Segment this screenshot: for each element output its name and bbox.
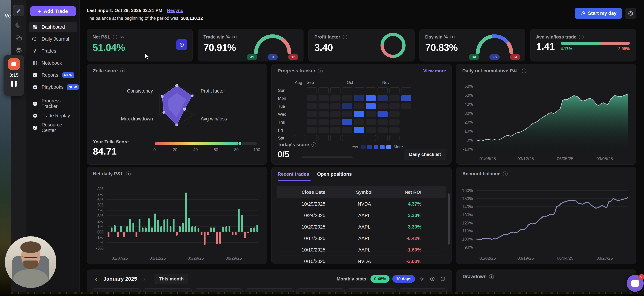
add-trade-button[interactable]: Add Trade xyxy=(30,6,76,16)
resync-link[interactable]: Resync xyxy=(167,8,183,13)
tab-open-positions[interactable]: Open positions xyxy=(317,172,352,181)
heatmap-cell[interactable] xyxy=(354,127,364,133)
display-mode-toggle-button[interactable] xyxy=(176,39,187,50)
heatmap-cell[interactable] xyxy=(378,127,388,133)
heatmap-cell[interactable] xyxy=(307,103,317,109)
heatmap-cell[interactable] xyxy=(354,95,364,101)
table-row[interactable]: 10/29/2025NVDA4.37% xyxy=(276,198,446,210)
heatmap-cell[interactable] xyxy=(342,87,352,93)
heatmap-cell[interactable] xyxy=(307,127,317,133)
table-row[interactable]: 10/10/2025NVDA-3.00% xyxy=(276,256,446,264)
heatmap-cell[interactable] xyxy=(354,103,364,109)
heatmap-cell[interactable] xyxy=(366,127,376,133)
chevron-left-icon[interactable] xyxy=(92,275,100,282)
heatmap-cell[interactable] xyxy=(330,95,340,101)
sidebar-item-progress-tracker[interactable]: Progress Tracker xyxy=(29,99,77,109)
day-cell[interactable] xyxy=(398,288,446,292)
day-cell[interactable] xyxy=(92,288,141,292)
heatmap-cell[interactable] xyxy=(342,119,352,125)
sidebar-item-resource-center[interactable]: Resource Center xyxy=(29,122,77,133)
table-row[interactable]: 10/20/2025AAPL3.30% xyxy=(276,221,446,233)
heatmap-cell[interactable] xyxy=(330,127,340,133)
day-cell[interactable] xyxy=(246,288,294,292)
heatmap-cell[interactable] xyxy=(318,95,329,101)
heatmap-cell[interactable] xyxy=(366,87,376,93)
sidebar-item-dashboard[interactable]: Dashboard xyxy=(29,22,77,32)
crescent-icon[interactable] xyxy=(15,21,22,29)
heatmap-cell[interactable] xyxy=(307,87,317,93)
day-cell[interactable] xyxy=(296,288,344,292)
heatmap-cell[interactable] xyxy=(389,95,400,101)
table-row[interactable]: 10/10/2025AAPL-1.60% xyxy=(276,244,446,256)
heatmap-cell[interactable] xyxy=(307,119,317,125)
heatmap-cell[interactable] xyxy=(354,111,364,117)
table-scrollbar[interactable] xyxy=(448,193,450,245)
info-icon[interactable] xyxy=(120,69,125,73)
day-cell[interactable] xyxy=(348,288,396,292)
heatmap-cell[interactable] xyxy=(366,95,376,101)
heatmap-cell[interactable] xyxy=(307,111,317,117)
heatmap-cell[interactable] xyxy=(342,95,352,101)
info-icon[interactable] xyxy=(232,35,237,39)
heatmap-cell[interactable] xyxy=(378,87,388,93)
heatmap-cell[interactable] xyxy=(330,111,340,117)
heatmap-cell[interactable] xyxy=(318,127,329,133)
heatmap-cell[interactable] xyxy=(389,87,400,93)
heatmap-cell[interactable] xyxy=(378,103,388,109)
info-icon[interactable] xyxy=(489,274,494,279)
info-icon[interactable] xyxy=(579,35,584,39)
heatmap-cell[interactable] xyxy=(366,119,376,125)
gear-icon[interactable] xyxy=(418,275,426,283)
start-my-day-button[interactable]: Start my day xyxy=(575,8,622,19)
table-row[interactable]: 10/17/2025AAPL-0.42% xyxy=(276,233,446,244)
heatmap-cell[interactable] xyxy=(342,127,352,133)
chat-widget-button[interactable]: 2 xyxy=(627,275,644,292)
info-icon[interactable] xyxy=(126,172,131,176)
sidebar-item-trade-replay[interactable]: Trade Replay xyxy=(29,110,77,121)
heatmap-cell[interactable] xyxy=(318,87,329,93)
heatmap-cell[interactable] xyxy=(378,119,388,125)
active-app-button[interactable] xyxy=(13,5,24,16)
info-icon[interactable] xyxy=(503,172,508,176)
chevron-right-icon[interactable] xyxy=(141,275,148,282)
heatmap-cell[interactable] xyxy=(307,95,317,101)
heatmap-cell[interactable] xyxy=(389,103,400,109)
day-cell[interactable] xyxy=(144,288,192,292)
heatmap-cell[interactable] xyxy=(401,103,411,109)
heatmap-cell[interactable] xyxy=(318,111,329,117)
day-cell[interactable] xyxy=(194,288,243,292)
table-row[interactable]: 10/24/2025AAPL3.30% xyxy=(276,210,446,221)
sidebar-item-reports[interactable]: Reports NEW xyxy=(29,70,77,80)
stop-record-button[interactable] xyxy=(8,58,20,70)
heatmap-cell[interactable] xyxy=(389,111,400,117)
info-icon[interactable] xyxy=(342,35,348,39)
heatmap-cell[interactable] xyxy=(389,127,400,133)
daily-checklist-button[interactable]: Daily checklist xyxy=(404,149,446,160)
heatmap-cell[interactable] xyxy=(354,87,364,93)
info-icon[interactable] xyxy=(312,142,316,147)
eye-icon[interactable] xyxy=(428,275,436,283)
sidebar-item-trades[interactable]: Trades xyxy=(29,46,77,56)
this-month-button[interactable]: This month xyxy=(154,274,188,284)
heatmap-cell[interactable] xyxy=(378,111,388,117)
sidebar-item-playbooks[interactable]: Playbooks NEW xyxy=(29,82,77,92)
heatmap-cell[interactable] xyxy=(330,87,340,93)
heatmap-cell[interactable] xyxy=(354,119,364,125)
helm-button[interactable] xyxy=(625,8,636,19)
heatmap-cell[interactable] xyxy=(342,111,352,117)
heatmap-cell[interactable] xyxy=(342,103,352,109)
sidebar-item-notebook[interactable]: Notebook xyxy=(29,58,77,68)
heatmap-cell[interactable] xyxy=(366,103,376,109)
heatmap-cell[interactable] xyxy=(318,119,329,125)
info-circle-icon[interactable] xyxy=(439,275,447,283)
windows-icon[interactable] xyxy=(15,34,22,42)
heatmap-cell[interactable] xyxy=(401,95,411,101)
heatmap-cell[interactable] xyxy=(330,119,340,125)
sidebar-item-daily-journal[interactable]: Daily Journal xyxy=(29,34,77,44)
heatmap-cell[interactable] xyxy=(401,87,411,93)
pause-button[interactable] xyxy=(11,81,16,87)
heatmap-cell[interactable] xyxy=(389,119,400,125)
view-more-link[interactable]: View more xyxy=(423,68,446,74)
info-icon[interactable] xyxy=(112,35,118,39)
info-icon[interactable] xyxy=(318,69,323,73)
